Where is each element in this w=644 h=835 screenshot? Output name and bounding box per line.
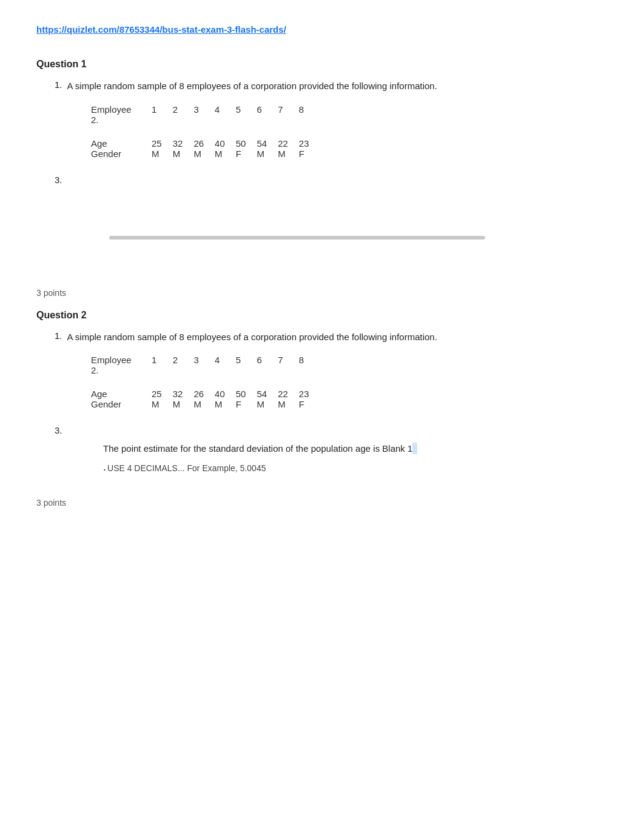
q2-ag-5: 50 F — [236, 379, 257, 413]
q1-emp-1: 1 — [152, 101, 173, 129]
q2-age-gender-header: Age Gender — [91, 379, 152, 413]
q2-emp-2: 2 — [173, 351, 194, 379]
q2-points: 3 points — [36, 498, 608, 508]
q2-emp-1: 1 — [152, 351, 173, 379]
q1-sub1-text: A simple random sample of 8 employees of… — [67, 79, 437, 93]
q2-ag-7: 22 M — [278, 379, 299, 413]
q2-emp-7: 7 — [278, 351, 299, 379]
q2-sub1-number: 1. — [55, 330, 62, 344]
q2-ag-2: 32 M — [173, 379, 194, 413]
q1-emp-6: 6 — [257, 101, 278, 129]
q2-answer-area: The point estimate for the standard devi… — [103, 441, 608, 474]
q2-employee-header: Employee 2. — [91, 351, 152, 379]
q2-sub3-number: 3. — [55, 425, 62, 435]
q2-example-text: USE 4 DECIMALS... For Example, 5.0045 — [107, 463, 266, 473]
q1-emp-8: 8 — [299, 101, 320, 129]
q2-sub1-text: A simple random sample of 8 employees of… — [67, 330, 437, 344]
question-1-body: 1. A simple random sample of 8 employees… — [55, 79, 608, 185]
question-1-title: Question 1 — [36, 59, 608, 70]
q2-highlight — [412, 443, 417, 454]
question-2-block: Question 2 1. A simple random sample of … — [36, 310, 608, 474]
q1-ag-1: 25 M — [152, 129, 173, 163]
q2-ag-3: 26 M — [193, 379, 215, 413]
q1-ag-8: 23 F — [299, 129, 320, 163]
q1-emp-5: 5 — [236, 101, 257, 129]
q1-ag-7: 22 M — [278, 129, 299, 163]
q2-ag-4: 40 M — [215, 379, 236, 413]
q1-ag-6: 54 M — [257, 129, 278, 163]
q1-employee-header: Employee 2. — [91, 101, 152, 129]
q1-emp-4: 4 — [215, 101, 236, 129]
q1-ag-4: 40 M — [215, 129, 236, 163]
q1-divider-bar — [109, 236, 485, 240]
q2-emp-8: 8 — [299, 351, 320, 379]
q2-emp-6: 6 — [257, 351, 278, 379]
q1-emp-3: 3 — [193, 101, 215, 129]
q1-points: 3 points — [36, 288, 608, 298]
q2-ag-8: 23 F — [299, 379, 320, 413]
q1-sub1-number: 1. — [55, 79, 62, 93]
q1-ag-3: 26 M — [193, 129, 215, 163]
q1-data-table: Employee 2. 1 2 3 4 5 6 7 8 Age Gender 2… — [91, 101, 320, 163]
q2-ag-6: 54 M — [257, 379, 278, 413]
question-1-block: Question 1 1. A simple random sample of … — [36, 59, 608, 264]
q2-answer-text: The point estimate for the standard devi… — [103, 441, 608, 456]
q1-sub3-number: 3. — [55, 175, 608, 185]
q1-ag-2: 32 M — [173, 129, 194, 163]
question-2-title: Question 2 — [36, 310, 608, 321]
q1-age-gender-header: Age Gender — [91, 129, 152, 163]
question-2-body: 1. A simple random sample of 8 employees… — [55, 330, 608, 474]
q1-ag-5: 50 F — [236, 129, 257, 163]
q2-emp-3: 3 — [193, 351, 215, 379]
q2-emp-4: 4 — [215, 351, 236, 379]
q2-sub3-block: 3. The point estimate for the standard d… — [55, 425, 608, 474]
q2-data-table: Employee 2. 1 2 3 4 5 6 7 8 Age Gender 2… — [91, 351, 320, 413]
q2-emp-5: 5 — [236, 351, 257, 379]
q1-emp-2: 2 — [173, 101, 194, 129]
q2-dot: . — [103, 461, 106, 474]
quizlet-url-link[interactable]: https://quizlet.com/87653344/bus-stat-ex… — [36, 24, 608, 35]
q1-emp-7: 7 — [278, 101, 299, 129]
q2-ag-1: 25 M — [152, 379, 173, 413]
